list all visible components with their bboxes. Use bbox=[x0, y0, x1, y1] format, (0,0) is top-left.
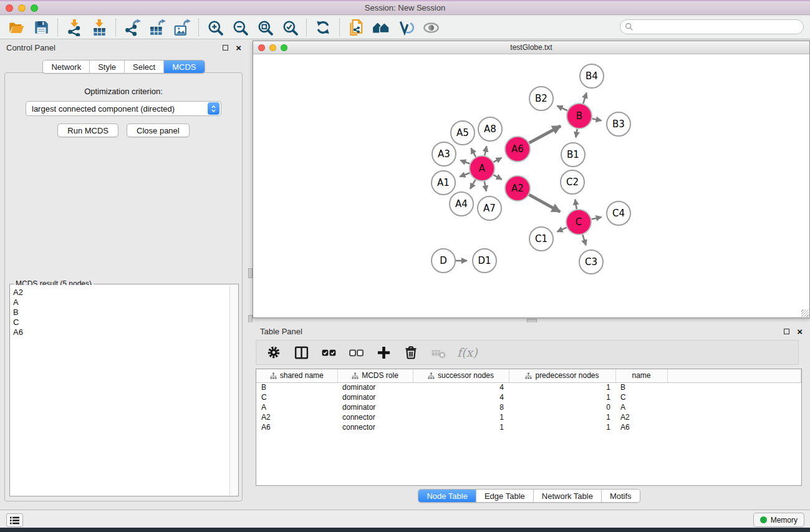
table-row[interactable]: A2connector11A2 bbox=[256, 412, 801, 422]
table-cell[interactable]: 8 bbox=[413, 402, 509, 412]
memory-button[interactable]: Memory bbox=[753, 513, 804, 527]
graph-node-A[interactable]: A bbox=[470, 156, 494, 181]
close-table-panel-icon[interactable]: × bbox=[797, 329, 803, 334]
apply-layout-icon[interactable] bbox=[313, 18, 333, 37]
graph-node-B4[interactable]: B4 bbox=[580, 64, 604, 88]
graph-edge-A-A7[interactable] bbox=[485, 181, 486, 191]
show-graphics-details-icon[interactable] bbox=[396, 18, 416, 37]
table-cell[interactable]: dominator bbox=[337, 392, 413, 402]
graph-node-C4[interactable]: C4 bbox=[607, 201, 630, 225]
search-input[interactable] bbox=[634, 21, 803, 32]
table-cell[interactable]: dominator bbox=[337, 382, 413, 392]
eye-icon[interactable] bbox=[421, 18, 441, 37]
table-cell[interactable]: B bbox=[256, 382, 337, 392]
graph-node-A1[interactable]: A1 bbox=[432, 171, 455, 195]
export-network-icon[interactable] bbox=[122, 18, 142, 37]
optimization-criterion-select[interactable]: largest connected component (directed) bbox=[26, 101, 221, 116]
column-header-mcds-role[interactable]: MCDS role bbox=[337, 369, 413, 382]
close-panel-button[interactable]: Close panel bbox=[127, 123, 190, 137]
graph-node-C[interactable]: C bbox=[566, 210, 591, 235]
graph-node-C1[interactable]: C1 bbox=[529, 227, 553, 251]
window-resize-grip[interactable] bbox=[801, 309, 809, 317]
tab-network[interactable]: Network bbox=[43, 60, 90, 73]
table-cell[interactable]: connector bbox=[337, 422, 413, 432]
table-cell[interactable]: C bbox=[615, 392, 667, 402]
network-canvas[interactable]: AA1A2A3A4A5A6A7A8BB1B2B3B4CC1C2C3C4DD1 bbox=[253, 54, 809, 317]
table-cell[interactable]: C bbox=[256, 392, 337, 402]
table-cell[interactable]: 1 bbox=[509, 382, 615, 392]
float-table-panel-icon[interactable] bbox=[784, 329, 789, 334]
table-cell[interactable]: A6 bbox=[256, 422, 337, 432]
graph-edge-C-C4[interactable] bbox=[592, 217, 602, 220]
graph-node-B2[interactable]: B2 bbox=[529, 87, 553, 110]
graph-node-B3[interactable]: B3 bbox=[607, 112, 630, 136]
table-cell[interactable]: 1 bbox=[413, 422, 509, 432]
graph-edge-C-C1[interactable] bbox=[557, 228, 567, 232]
graph-node-A2[interactable]: A2 bbox=[505, 176, 530, 201]
table-row[interactable]: Adominator80A bbox=[256, 402, 801, 412]
table-cell[interactable]: A bbox=[615, 402, 667, 412]
graph-node-D1[interactable]: D1 bbox=[473, 249, 496, 273]
network-from-selection-icon[interactable] bbox=[346, 18, 366, 37]
mcds-result-list[interactable]: A2ABCA6 bbox=[11, 285, 229, 495]
table-cell[interactable]: B bbox=[615, 382, 667, 392]
graph-node-C2[interactable]: C2 bbox=[561, 170, 584, 194]
graph-node-B[interactable]: B bbox=[567, 104, 592, 128]
tab-motifs[interactable]: Motifs bbox=[602, 490, 640, 502]
graph-edge-A-A8[interactable] bbox=[485, 146, 486, 155]
select-all-columns-icon[interactable] bbox=[320, 343, 337, 362]
mcds-result-scrollbar[interactable] bbox=[229, 285, 238, 495]
tab-node-table[interactable]: Node Table bbox=[418, 490, 476, 502]
column-header-shared-name[interactable]: shared name bbox=[256, 369, 337, 382]
graph-edge-A-A2[interactable] bbox=[493, 175, 501, 180]
graph-node-D[interactable]: D bbox=[432, 249, 455, 273]
tab-style[interactable]: Style bbox=[90, 60, 125, 73]
run-mcds-button[interactable]: Run MCDS bbox=[57, 123, 118, 137]
splitter-handle[interactable] bbox=[248, 268, 253, 278]
mcds-result-item[interactable]: B bbox=[13, 307, 227, 317]
table-cell[interactable]: 0 bbox=[509, 402, 615, 412]
table-cell[interactable]: 1 bbox=[413, 412, 509, 422]
tab-edge-table[interactable]: Edge Table bbox=[476, 490, 534, 502]
graph-node-A6[interactable]: A6 bbox=[505, 137, 530, 162]
export-image-icon[interactable] bbox=[172, 18, 192, 37]
table-cell[interactable]: dominator bbox=[337, 402, 413, 412]
table-cell[interactable]: 1 bbox=[509, 412, 615, 422]
graph-edge-A-A6[interactable] bbox=[493, 158, 501, 162]
graph-node-A5[interactable]: A5 bbox=[451, 121, 475, 145]
tab-mcds[interactable]: MCDS bbox=[164, 60, 204, 73]
graph-edge-C-C3[interactable] bbox=[582, 235, 586, 245]
zoom-in-icon[interactable] bbox=[205, 18, 225, 37]
graph-edge-B-B1[interactable] bbox=[576, 129, 577, 138]
graph-edge-B-B2[interactable] bbox=[557, 106, 567, 111]
graph-node-B1[interactable]: B1 bbox=[561, 143, 585, 167]
table-cell[interactable]: A2 bbox=[615, 412, 667, 422]
graph-node-A8[interactable]: A8 bbox=[478, 117, 502, 141]
table-cell[interactable]: connector bbox=[337, 412, 413, 422]
graph-edge-A6-B[interactable] bbox=[529, 126, 561, 143]
zoom-out-icon[interactable] bbox=[230, 18, 250, 37]
mcds-result-item[interactable]: A6 bbox=[13, 327, 227, 337]
unselect-all-columns-icon[interactable] bbox=[347, 343, 365, 362]
open-session-icon[interactable] bbox=[6, 18, 26, 37]
mcds-result-item[interactable]: C bbox=[13, 317, 227, 327]
table-cell[interactable]: A2 bbox=[256, 412, 337, 422]
graph-edge-A2-C[interactable] bbox=[529, 195, 560, 211]
column-header-successor-nodes[interactable]: successor nodes bbox=[413, 369, 509, 382]
table-cell[interactable]: 1 bbox=[509, 422, 615, 432]
zoom-selected-icon[interactable] bbox=[280, 18, 300, 37]
delete-columns-icon[interactable] bbox=[402, 343, 420, 362]
table-cell[interactable]: 4 bbox=[413, 392, 509, 402]
zoom-fit-icon[interactable] bbox=[255, 18, 275, 37]
graph-edge-B-B3[interactable] bbox=[592, 118, 602, 120]
import-network-icon[interactable] bbox=[64, 18, 84, 37]
add-column-icon[interactable] bbox=[375, 343, 392, 362]
close-panel-icon[interactable]: × bbox=[236, 45, 241, 51]
graph-edge-A-A4[interactable] bbox=[470, 180, 475, 189]
table-row[interactable]: Cdominator41C bbox=[256, 392, 801, 402]
graph-edge-A-A5[interactable] bbox=[471, 148, 476, 157]
graph-edge-B-B4[interactable] bbox=[583, 93, 586, 104]
table-cell[interactable]: 4 bbox=[413, 382, 509, 392]
table-row[interactable]: A6connector11A6 bbox=[256, 422, 801, 432]
float-panel-icon[interactable] bbox=[223, 45, 228, 51]
